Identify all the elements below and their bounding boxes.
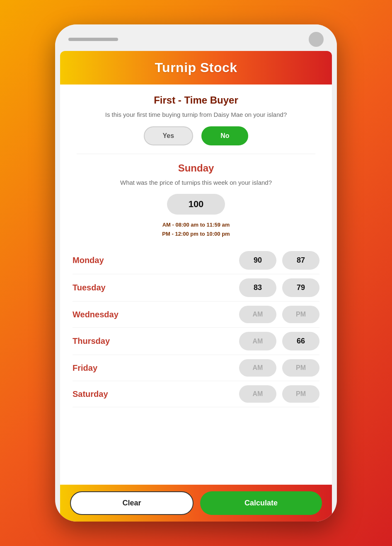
phone-frame: Turnip Stock First - Time Buyer Is this … xyxy=(55,24,337,522)
sunday-title: Sunday xyxy=(77,162,315,174)
table-row: Thursday AM 66 xyxy=(73,328,319,355)
table-row: Tuesday 83 79 xyxy=(73,274,319,302)
table-row: Wednesday AM PM xyxy=(73,302,319,328)
day-label-monday: Monday xyxy=(73,256,239,265)
tuesday-inputs: 83 79 xyxy=(239,278,319,297)
friday-am-input[interactable]: AM xyxy=(239,359,276,377)
thursday-pm-input[interactable]: 66 xyxy=(282,332,319,350)
friday-pm-input[interactable]: PM xyxy=(282,359,319,377)
saturday-am-input[interactable]: AM xyxy=(239,385,276,403)
monday-inputs: 90 87 xyxy=(239,251,319,270)
phone-handle xyxy=(68,38,118,41)
monday-pm-input[interactable]: 87 xyxy=(282,251,319,270)
day-label-wednesday: Wednesday xyxy=(73,310,239,319)
table-row: Saturday AM PM xyxy=(73,381,319,407)
phone-notch xyxy=(55,24,337,51)
first-time-toggle-row: Yes No xyxy=(77,126,315,145)
thursday-am-input[interactable]: AM xyxy=(239,332,276,350)
first-time-buyer-desc: Is this your first time buying turnip fr… xyxy=(77,110,315,120)
time-info: AM - 08:00 am to 11:59 am PM - 12:00 pm … xyxy=(77,220,315,239)
no-button[interactable]: No xyxy=(201,126,248,145)
thursday-inputs: AM 66 xyxy=(239,332,319,350)
sunday-price-row: 100 xyxy=(77,194,315,215)
day-label-thursday: Thursday xyxy=(73,336,239,346)
wednesday-pm-input[interactable]: PM xyxy=(282,306,319,323)
table-row: Monday 90 87 xyxy=(73,247,319,274)
saturday-pm-input[interactable]: PM xyxy=(282,385,319,403)
app-header: Turnip Stock xyxy=(60,51,332,85)
wednesday-am-input[interactable]: AM xyxy=(239,306,276,323)
saturday-inputs: AM PM xyxy=(239,385,319,403)
day-label-saturday: Saturday xyxy=(73,389,239,399)
time-pm-label: PM - 12:00 pm to 10:00 pm xyxy=(77,230,315,239)
sunday-desc: What was the price of turnips this week … xyxy=(77,178,315,188)
first-time-buyer-title: First - Time Buyer xyxy=(77,94,315,106)
time-am-label: AM - 08:00 am to 11:59 am xyxy=(77,220,315,230)
bottom-bar: Clear Calculate xyxy=(60,485,332,522)
friday-inputs: AM PM xyxy=(239,359,319,377)
days-table: Monday 90 87 Tuesday 83 79 Wedne xyxy=(60,243,332,407)
clear-button[interactable]: Clear xyxy=(70,491,194,515)
app-body: First - Time Buyer Is this your first ti… xyxy=(60,85,332,485)
app-content: Turnip Stock First - Time Buyer Is this … xyxy=(60,51,332,485)
tuesday-am-input[interactable]: 83 xyxy=(239,278,276,297)
wednesday-inputs: AM PM xyxy=(239,306,319,323)
day-label-tuesday: Tuesday xyxy=(73,283,239,292)
sunday-price-input[interactable]: 100 xyxy=(167,194,225,215)
tuesday-pm-input[interactable]: 79 xyxy=(282,278,319,297)
day-label-friday: Friday xyxy=(73,363,239,373)
first-time-buyer-section: First - Time Buyer Is this your first ti… xyxy=(60,85,332,145)
monday-am-input[interactable]: 90 xyxy=(239,251,276,270)
calculate-button[interactable]: Calculate xyxy=(200,491,322,515)
phone-camera xyxy=(309,32,324,47)
yes-button[interactable]: Yes xyxy=(144,126,194,145)
table-row: Friday AM PM xyxy=(73,355,319,381)
sunday-section: Sunday What was the price of turnips thi… xyxy=(60,154,332,239)
app-title: Turnip Stock xyxy=(155,60,237,75)
